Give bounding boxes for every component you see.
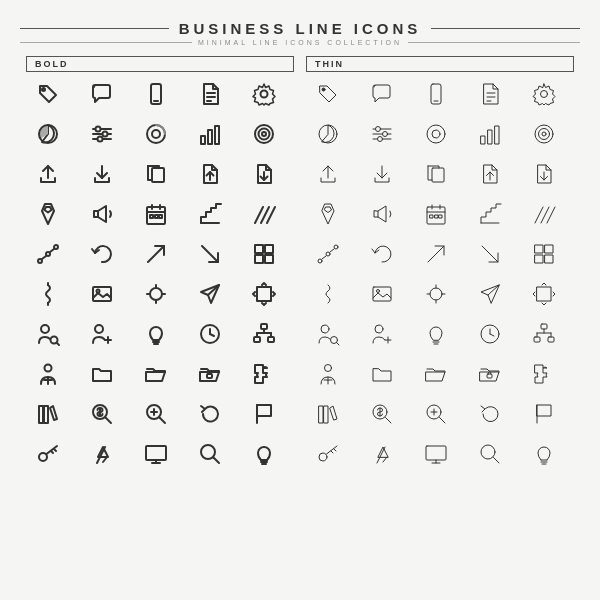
bold-icon-arrow-down-right — [188, 236, 232, 272]
bold-icon-upload — [26, 156, 70, 192]
bold-icon-flag — [242, 396, 286, 432]
bold-icon-lightbulb2 — [242, 436, 286, 472]
bold-icon-file-up — [188, 156, 232, 192]
svg-rect-136 — [435, 215, 438, 218]
svg-rect-82 — [39, 406, 43, 423]
svg-point-21 — [262, 132, 266, 136]
svg-rect-137 — [439, 215, 442, 218]
thin-icon-grid — [306, 76, 574, 472]
svg-rect-135 — [430, 215, 433, 218]
thin-icon-copy — [414, 156, 458, 192]
thin-icon-bulb — [414, 316, 458, 352]
thin-section: THIN — [300, 52, 580, 580]
thin-icon-search — [468, 436, 512, 472]
svg-rect-121 — [488, 130, 492, 144]
svg-point-155 — [430, 288, 442, 300]
svg-rect-199 — [426, 446, 446, 460]
bold-icon-file-down — [242, 156, 286, 192]
svg-point-60 — [41, 325, 49, 333]
bold-icon-org-chart — [242, 316, 286, 352]
svg-point-165 — [375, 325, 383, 333]
thin-icon-spring — [306, 276, 350, 312]
bold-icon-lamp — [80, 436, 124, 472]
thin-icon-folder-lock — [468, 356, 512, 392]
thin-icon-download — [360, 156, 404, 192]
subtitle-line-left — [20, 42, 192, 43]
svg-point-53 — [150, 288, 162, 300]
svg-line-146 — [330, 249, 334, 252]
thin-icon-file-up — [468, 156, 512, 192]
bold-section: BOLD — [20, 52, 300, 580]
thin-icon-send — [468, 276, 512, 312]
thin-icon-clock — [468, 316, 512, 352]
header: BUSINESS LINE ICONS MINIMAL LINE ICONS C… — [20, 20, 580, 46]
thin-icon-mobile — [414, 76, 458, 112]
bold-icon-target — [242, 116, 286, 152]
svg-rect-151 — [535, 255, 543, 263]
thin-icon-undo — [360, 236, 404, 272]
svg-line-41 — [42, 256, 46, 259]
svg-point-154 — [377, 290, 380, 293]
svg-point-202 — [481, 445, 495, 459]
svg-rect-175 — [548, 337, 554, 342]
svg-line-43 — [148, 246, 164, 262]
title-line-left — [20, 28, 169, 29]
svg-line-94 — [54, 449, 56, 451]
bold-icon-tag — [26, 76, 70, 112]
svg-point-20 — [259, 129, 270, 140]
thin-icon-lightbulb2 — [522, 436, 566, 472]
svg-point-13 — [98, 137, 103, 142]
svg-rect-173 — [541, 324, 547, 329]
thin-icon-sliders — [360, 116, 404, 152]
thin-icon-person — [306, 356, 350, 392]
bold-icon-undo — [80, 236, 124, 272]
bold-icon-move — [242, 276, 286, 312]
subtitle: MINIMAL LINE ICONS COLLECTION — [198, 39, 402, 46]
thin-icon-upload — [306, 156, 350, 192]
thin-icon-monitor — [414, 436, 458, 472]
svg-line-70 — [210, 334, 214, 336]
thin-icon-crosshair — [414, 276, 458, 312]
bold-icon-stairs — [188, 196, 232, 232]
bold-icon-mobile — [134, 76, 178, 112]
svg-rect-183 — [487, 374, 492, 378]
bold-icon-user-search — [26, 316, 70, 352]
svg-rect-149 — [535, 245, 543, 253]
thin-icon-tag — [306, 76, 350, 112]
svg-rect-17 — [208, 130, 212, 144]
svg-rect-59 — [257, 287, 271, 301]
svg-point-123 — [535, 125, 553, 143]
svg-line-164 — [337, 343, 340, 346]
svg-line-62 — [57, 343, 60, 346]
svg-point-110 — [541, 91, 548, 98]
thin-icon-lamp — [360, 436, 404, 472]
bold-icon-puzzle — [242, 356, 286, 392]
svg-line-145 — [322, 256, 326, 259]
bold-icon-search — [188, 436, 232, 472]
svg-rect-174 — [534, 337, 540, 342]
svg-rect-153 — [373, 287, 391, 301]
svg-line-172 — [490, 334, 494, 336]
svg-point-6 — [261, 91, 268, 98]
bold-icon-download — [80, 156, 124, 192]
bold-icon-copy — [134, 156, 178, 192]
svg-line-196 — [334, 449, 336, 451]
thin-icon-document — [468, 76, 512, 112]
svg-rect-97 — [146, 446, 166, 460]
thin-icon-chat — [360, 76, 404, 112]
thin-icon-pie — [306, 116, 350, 152]
thin-icon-refresh — [468, 396, 512, 432]
svg-rect-48 — [265, 255, 273, 263]
bold-icon-connect — [26, 236, 70, 272]
page: BUSINESS LINE ICONS MINIMAL LINE ICONS C… — [20, 20, 580, 580]
svg-rect-47 — [255, 255, 263, 263]
svg-rect-31 — [150, 215, 153, 218]
svg-rect-152 — [545, 255, 553, 263]
svg-rect-83 — [44, 406, 48, 423]
thin-icon-megaphone — [360, 196, 404, 232]
thin-icon-user-search — [306, 316, 350, 352]
svg-line-101 — [214, 458, 220, 464]
svg-line-147 — [428, 246, 444, 262]
svg-point-115 — [376, 127, 381, 132]
thin-icon-user-add — [360, 316, 404, 352]
